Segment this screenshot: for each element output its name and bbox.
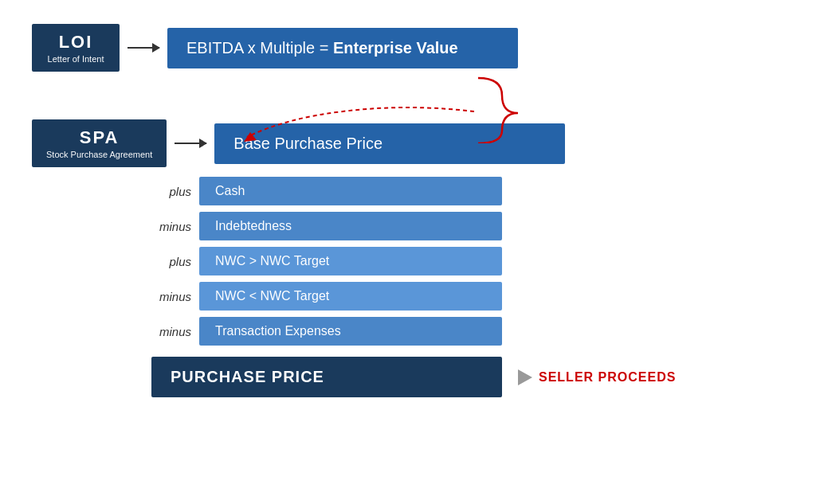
adj-row-cash: plus Cash bbox=[151, 177, 808, 205]
spa-box: SPA Stock Purchase Agreement bbox=[32, 119, 167, 167]
adj-box-tx-expenses: Transaction Expenses bbox=[199, 317, 502, 346]
adj-box-cash: Cash bbox=[199, 177, 502, 205]
diagram-container: LOI Letter of Intent EBITDA x Multiple =… bbox=[0, 0, 816, 504]
adj-box-nwc-minus: NWC < NWC Target bbox=[199, 282, 502, 311]
adjustments-section: plus Cash minus Indebtedness plus NWC > … bbox=[151, 177, 808, 346]
enterprise-value-box: EBITDA x Multiple = Enterprise Value bbox=[167, 28, 518, 68]
spa-sub-label: Stock Purchase Agreement bbox=[46, 150, 152, 159]
adj-box-indebtedness: Indebtedness bbox=[199, 212, 502, 240]
curly-section bbox=[151, 72, 808, 143]
adj-row-nwc-minus: minus NWC < NWC Target bbox=[151, 282, 808, 311]
adj-row-indebtedness: minus Indebtedness bbox=[151, 212, 808, 240]
adj-operator-minus-tx: minus bbox=[151, 325, 191, 338]
pp-to-seller-arrow bbox=[518, 369, 532, 385]
ev-bold: Enterprise Value bbox=[333, 39, 458, 57]
red-curly-arrow bbox=[167, 72, 534, 143]
spa-main-label: SPA bbox=[46, 127, 152, 148]
spa-to-bpp-arrow bbox=[175, 143, 206, 144]
adj-row-nwc-plus: plus NWC > NWC Target bbox=[151, 247, 808, 275]
loi-sub-label: Letter of Intent bbox=[46, 54, 105, 64]
seller-proceeds-label: SELLER PROCEEDS bbox=[539, 370, 676, 385]
purchase-price-label: PURCHASE PRICE bbox=[171, 368, 324, 385]
seller-proceeds: SELLER PROCEEDS bbox=[518, 369, 676, 385]
adj-box-nwc-plus: NWC > NWC Target bbox=[199, 247, 502, 275]
adj-rows: plus Cash minus Indebtedness plus NWC > … bbox=[151, 177, 808, 346]
ev-formula: EBITDA x Multiple = bbox=[186, 39, 333, 57]
arrow-line bbox=[128, 47, 159, 49]
loi-main-label: LOI bbox=[46, 32, 105, 53]
adj-operator-plus-nwc: plus bbox=[151, 255, 191, 268]
top-row: LOI Letter of Intent EBITDA x Multiple =… bbox=[32, 24, 808, 72]
adj-row-tx-expenses: minus Transaction Expenses bbox=[151, 317, 808, 346]
adj-operator-minus-nwc: minus bbox=[151, 290, 191, 303]
purchase-price-box: PURCHASE PRICE bbox=[151, 357, 502, 397]
adj-operator-minus-indebt: minus bbox=[151, 220, 191, 233]
adj-operator-plus-cash: plus bbox=[151, 185, 191, 198]
loi-to-ev-arrow bbox=[128, 47, 159, 49]
loi-box: LOI Letter of Intent bbox=[32, 24, 120, 72]
purchase-price-row: PURCHASE PRICE SELLER PROCEEDS bbox=[151, 357, 808, 397]
arrow-line-2 bbox=[175, 143, 206, 144]
